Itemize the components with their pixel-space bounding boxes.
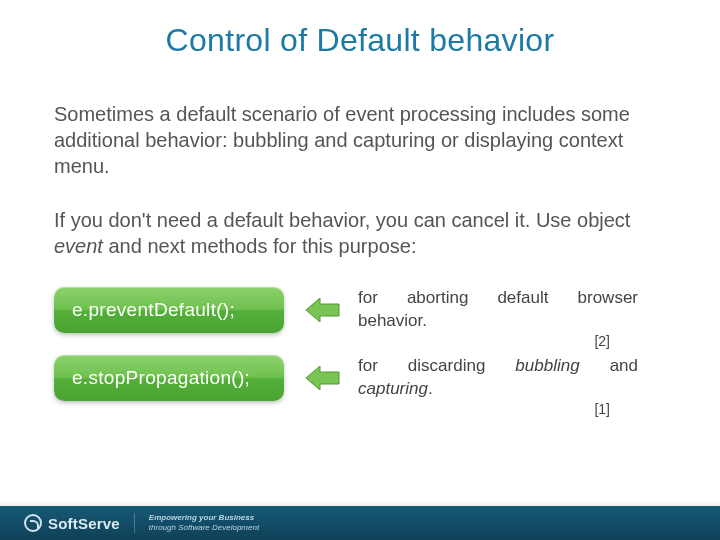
- footer-divider: [134, 513, 135, 533]
- paragraph-2-em: event: [54, 235, 103, 257]
- paragraph-2: If you don't need a default behavior, yo…: [0, 207, 720, 259]
- method-desc-text: for aborting default browser behavior.: [358, 288, 638, 330]
- arrow-left-icon: [306, 363, 340, 393]
- method-desc-end: .: [428, 379, 433, 398]
- method-desc-em2: capturing: [358, 379, 428, 398]
- method-pill-preventdefault: e.preventDefault();: [54, 287, 284, 333]
- method-desc-mid: and: [580, 356, 638, 375]
- svg-marker-1: [306, 366, 339, 390]
- footer-brand: SoftServe: [48, 515, 120, 532]
- method-desc: for aborting default browser behavior. […: [358, 287, 638, 333]
- method-pill-stoppropagation: e.stopPropagation();: [54, 355, 284, 401]
- footer-tagline-top: Empowering your Business: [149, 513, 259, 523]
- method-row: e.preventDefault(); for aborting default…: [54, 287, 666, 333]
- method-desc: for discarding bubbling and capturing. […: [358, 355, 638, 401]
- svg-marker-0: [306, 298, 339, 322]
- footer-tagline-bottom: through Software Development: [149, 523, 259, 533]
- logo-icon: [24, 514, 42, 532]
- paragraph-1: Sometimes a default scenario of event pr…: [0, 101, 720, 179]
- arrow-left-icon: [306, 295, 340, 325]
- method-ref: [2]: [594, 332, 610, 351]
- method-ref: [1]: [594, 400, 610, 419]
- method-desc-a: for discarding: [358, 356, 515, 375]
- footer-tagline: Empowering your Business through Softwar…: [149, 513, 259, 532]
- methods-list: e.preventDefault(); for aborting default…: [0, 287, 720, 401]
- paragraph-2-a: If you don't need a default behavior, yo…: [54, 209, 630, 231]
- method-row: e.stopPropagation(); for discarding bubb…: [54, 355, 666, 401]
- method-desc-em1: bubbling: [515, 356, 579, 375]
- paragraph-2-b: and next methods for this purpose:: [103, 235, 417, 257]
- footer-bar: SoftServe Empowering your Business throu…: [0, 506, 720, 540]
- slide-title: Control of Default behavior: [0, 0, 720, 59]
